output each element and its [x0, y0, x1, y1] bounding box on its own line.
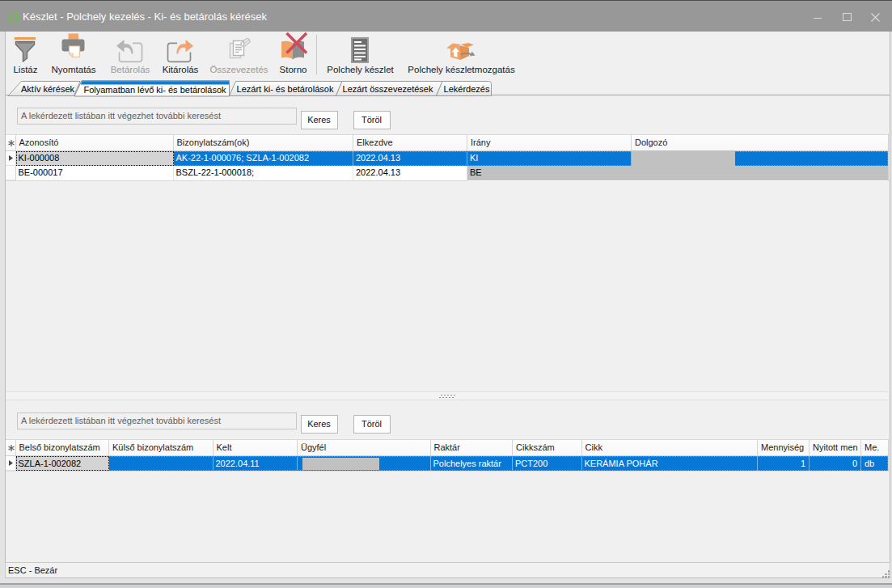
svg-text:Lekérdezés: Lekérdezés — [444, 84, 490, 94]
svg-text:Lezárt összevezetések: Lezárt összevezetések — [343, 84, 433, 94]
svg-text:Aktív kérések: Aktív kérések — [21, 84, 75, 94]
svg-text:Lezárt ki- és betárolások: Lezárt ki- és betárolások — [237, 84, 334, 94]
svg-text:Folyamatban lévő ki- és betáro: Folyamatban lévő ki- és betárolások — [83, 85, 226, 95]
